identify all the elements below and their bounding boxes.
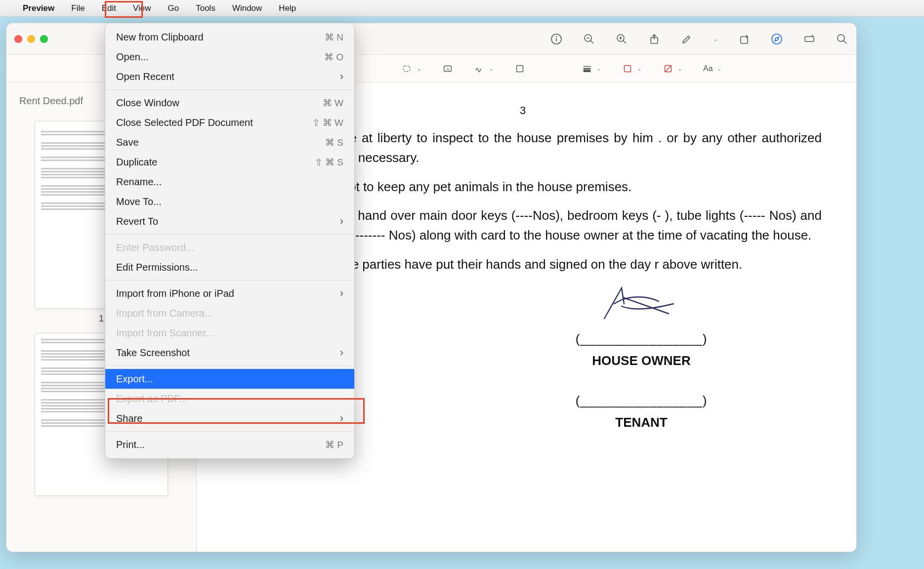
svg-line-7 — [623, 41, 626, 43]
fullscreen-window-button[interactable] — [40, 35, 48, 43]
menu-item-edit-permissions[interactable]: Edit Permissions... — [105, 257, 354, 277]
tenant-label: TENANT — [461, 412, 822, 432]
menu-item-share[interactable]: Share — [105, 408, 354, 428]
rotate-icon[interactable] — [738, 33, 751, 45]
menu-window[interactable]: Window — [229, 2, 265, 14]
svg-point-2 — [556, 36, 557, 37]
zoom-in-icon[interactable] — [615, 33, 628, 45]
svg-line-15 — [843, 41, 846, 43]
svg-line-25 — [665, 65, 672, 72]
line-weight-tool[interactable]: ⌄ — [582, 63, 601, 74]
menubar: Preview File Edit View Go Tools Window H… — [0, 0, 924, 17]
svg-rect-13 — [805, 37, 814, 41]
menu-go[interactable]: Go — [165, 2, 182, 14]
svg-rect-19 — [517, 65, 523, 72]
svg-line-4 — [590, 41, 593, 43]
sign-tool[interactable]: ⌄ — [474, 63, 494, 74]
window-controls — [14, 35, 48, 43]
note-tool[interactable] — [514, 63, 525, 74]
menu-item-enter-password: Enter Password... — [105, 238, 354, 257]
share-icon[interactable] — [648, 33, 661, 45]
menu-item-new-from-clipboard[interactable]: New from Clipboard⌘ N — [105, 27, 354, 47]
menu-item-move-to[interactable]: Move To... — [105, 192, 354, 211]
menu-item-export-as-pdf: Export as PDF... — [105, 389, 354, 408]
fill-color-tool[interactable]: ⌄ — [663, 63, 682, 74]
menu-view[interactable]: View — [130, 2, 154, 14]
menu-item-save[interactable]: Save⌘ S — [105, 132, 354, 152]
document-title: Rent Deed.pdf — [19, 95, 83, 107]
menu-file[interactable]: File — [68, 2, 87, 14]
border-color-tool[interactable]: ⌄ — [622, 63, 642, 74]
menu-edit[interactable]: Edit — [99, 2, 119, 14]
menu-item-duplicate[interactable]: Duplicate⇧ ⌘ S — [105, 152, 354, 172]
text-tool[interactable]: A — [442, 63, 453, 74]
zoom-out-icon[interactable] — [583, 33, 595, 45]
menu-item-close-window[interactable]: Close Window⌘ W — [105, 93, 354, 113]
svg-point-12 — [772, 34, 782, 44]
menu-item-import-from-iphone-or-ipad[interactable]: Import from iPhone or iPad — [105, 284, 354, 303]
menu-tools[interactable]: Tools — [193, 2, 218, 14]
svg-rect-23 — [625, 65, 631, 72]
highlight-chevron-icon[interactable]: ⌄ — [713, 36, 718, 42]
menu-item-open-recent[interactable]: Open Recent — [105, 67, 354, 86]
signature-icon — [594, 284, 688, 324]
menu-item-export[interactable]: Export... — [105, 369, 354, 389]
menu-app[interactable]: Preview — [20, 2, 57, 14]
close-window-button[interactable] — [14, 35, 22, 43]
menu-item-import-from-camera: Import from Camera... — [105, 303, 354, 323]
selection-tool[interactable]: ⌄ — [402, 63, 421, 74]
markup-icon[interactable] — [770, 33, 783, 45]
menu-item-import-from-scanner: Import from Scanner... — [105, 323, 354, 343]
text-style-tool[interactable]: Aa⌄ — [703, 64, 722, 73]
house-owner-label: HOUSE OWNER — [461, 351, 822, 370]
search-icon[interactable] — [836, 33, 848, 45]
form-icon[interactable] — [803, 33, 816, 45]
menu-item-close-selected-pdf-document[interactable]: Close Selected PDF Document⇧ ⌘ W — [105, 113, 354, 132]
menu-item-take-screenshot[interactable]: Take Screenshot — [105, 343, 354, 363]
svg-point-14 — [838, 35, 844, 41]
menu-item-revert-to[interactable]: Revert To — [105, 211, 354, 231]
menu-item-open[interactable]: Open...⌘ O — [105, 47, 354, 67]
menu-item-print[interactable]: Print...⌘ P — [105, 435, 354, 454]
menu-item-rename[interactable]: Rename... — [105, 172, 354, 192]
minimize-window-button[interactable] — [27, 35, 35, 43]
svg-text:A: A — [446, 66, 450, 71]
menu-help[interactable]: Help — [276, 2, 299, 14]
svg-rect-16 — [404, 66, 410, 71]
info-icon[interactable] — [550, 33, 563, 45]
highlight-icon[interactable] — [680, 33, 693, 45]
file-dropdown-menu: New from Clipboard⌘ NOpen...⌘ OOpen Rece… — [105, 23, 355, 459]
